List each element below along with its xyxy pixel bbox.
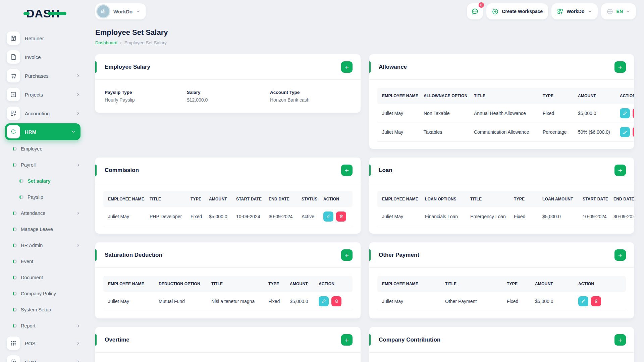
main-area: WorkDo 0 Create Workspace WorkDo: [86, 0, 644, 362]
sidebar-item-system-setup[interactable]: System Setup: [0, 302, 86, 318]
chevron-right-icon: [76, 341, 80, 346]
card-header: Loan +: [369, 158, 634, 183]
edit-button[interactable]: [578, 296, 588, 306]
workdo-menu-button[interactable]: WorkDo: [551, 3, 597, 19]
add-allowance-button[interactable]: +: [614, 61, 626, 73]
trash-icon: [334, 299, 339, 304]
add-saturation-deduction-button[interactable]: +: [341, 249, 353, 261]
sidebar-item-accounting[interactable]: Accounting: [0, 104, 86, 123]
bullet-icon: [19, 179, 23, 183]
field-salary: Salary $12,000.0: [187, 90, 270, 103]
add-commission-button[interactable]: +: [341, 165, 353, 176]
sidebar: DASH Retainer Invoice Purchases: [0, 0, 86, 362]
sidebar-item-report[interactable]: Report: [0, 318, 86, 334]
bullet-icon: [13, 227, 17, 231]
workspace-selector[interactable]: WorkDo: [95, 3, 146, 19]
create-workspace-button[interactable]: Create Workspace: [486, 3, 548, 19]
chevron-down-icon: [136, 9, 141, 14]
edit-button[interactable]: [620, 108, 630, 118]
field-payslip-type: Payslip Type Hourly Payslip: [105, 90, 187, 103]
pencil-icon: [326, 214, 331, 219]
sidebar-item-set-salary[interactable]: Set salary: [0, 173, 86, 189]
delete-button[interactable]: [591, 296, 601, 306]
add-overtime-button[interactable]: +: [341, 334, 353, 346]
delete-button[interactable]: [633, 108, 634, 118]
accent-bar: [95, 249, 97, 261]
trash-icon: [594, 299, 599, 304]
accent-bar: [95, 334, 97, 346]
other-payment-table: EMPLOYEE NAME TITLE TYPE AMOUNT ACTION J…: [377, 276, 626, 311]
dots-grid-icon: [7, 337, 20, 350]
loan-table-wrap: EMPLOYEE NAME LOAN OPTIONS TITLE TYPE LO…: [377, 191, 634, 226]
brand-logo[interactable]: DASH: [26, 3, 83, 27]
chevron-right-icon: [76, 324, 80, 328]
bullet-icon: [13, 163, 17, 167]
table-row: Juliet May Other Payment Fixed $5,000.0: [377, 292, 626, 311]
allowance-table-wrap: EMPLOYEE NAME ALLOWNACE OPTION TITLE TYP…: [377, 88, 634, 142]
sidebar-item-company-policy[interactable]: Company Policy: [0, 286, 86, 302]
sidebar-item-document[interactable]: Document: [0, 269, 86, 286]
page-content: Employee Set Salary Dashboard › Employee…: [86, 19, 644, 362]
sidebar-item-purchases[interactable]: Purchases: [0, 66, 86, 85]
edit-button[interactable]: [620, 127, 630, 137]
accent-bar: [95, 61, 97, 73]
bullet-icon: [13, 259, 17, 263]
commission-table: EMPLOYEE NAME TITLE TYPE AMOUNT START DA…: [103, 191, 353, 226]
logo-accent-left: [23, 12, 30, 15]
table-row: Juliet May Financials Loan Emergency Loa…: [377, 207, 634, 226]
add-employee-salary-button[interactable]: +: [341, 61, 353, 73]
grid-plus-icon: [557, 8, 564, 15]
saturation-table-wrap: EMPLOYEE NAME DEDUCTION OPTION TITLE TYP…: [103, 276, 353, 311]
sidebar-item-crm[interactable]: CRM: [0, 353, 86, 362]
chevron-down-icon: [588, 9, 592, 14]
sidebar-item-payslip[interactable]: Payslip: [0, 189, 86, 205]
accent-bar: [369, 334, 371, 346]
sidebar-item-attendance[interactable]: Attendance: [0, 205, 86, 221]
edit-button[interactable]: [319, 296, 329, 306]
allowance-card: Allowance + EMPLOYEE NAME ALLOWNACE OPTI…: [369, 54, 634, 149]
accent-bar: [369, 61, 371, 73]
sidebar-item-pos[interactable]: POS: [0, 334, 86, 353]
chevron-right-icon: [76, 360, 80, 362]
sidebar-item-retainer[interactable]: Retainer: [0, 29, 86, 48]
add-company-contribution-button[interactable]: +: [614, 334, 626, 346]
delete-button[interactable]: [336, 212, 346, 222]
add-loan-button[interactable]: +: [614, 165, 626, 176]
check-square-icon: [7, 88, 20, 101]
app-window: DASH Retainer Invoice Purchases: [0, 0, 644, 362]
bullet-icon: [13, 308, 17, 312]
sidebar-item-employee[interactable]: Employee: [0, 141, 86, 157]
chevron-right-icon: [76, 211, 80, 216]
breadcrumb-dashboard-link[interactable]: Dashboard: [95, 40, 117, 45]
delete-button[interactable]: [633, 127, 634, 137]
sidebar-item-hr-admin[interactable]: HR Admin: [0, 237, 86, 253]
accent-bar: [95, 165, 97, 176]
plus-circle-icon: [492, 8, 499, 15]
add-other-payment-button[interactable]: +: [614, 249, 626, 261]
delete-button[interactable]: [331, 296, 341, 306]
card-header: Allowance +: [369, 54, 634, 80]
table-row: Juliet May Mutual Fund Nisi a tenetur ma…: [103, 292, 353, 311]
sidebar-item-projects[interactable]: Projects: [0, 85, 86, 104]
messages-button[interactable]: 0: [467, 3, 483, 19]
sidebar-item-manage-leave[interactable]: Manage Leave: [0, 221, 86, 237]
sidebar-nav: Retainer Invoice Purchases Projects: [0, 27, 86, 362]
sidebar-item-invoice[interactable]: Invoice: [0, 48, 86, 66]
sidebar-item-event[interactable]: Event: [0, 253, 86, 269]
employee-salary-card: Employee Salary + Payslip Type Hourly Pa…: [95, 54, 361, 113]
message-count-badge: 0: [478, 2, 485, 8]
status-text: Active: [298, 207, 319, 226]
language-selector[interactable]: EN: [601, 3, 636, 19]
edit-button[interactable]: [323, 212, 333, 222]
card-header: Other Payment +: [369, 242, 634, 268]
sidebar-item-hrm[interactable]: HRM: [5, 123, 80, 140]
accent-bar: [369, 249, 371, 261]
breadcrumb-separator: ›: [120, 40, 122, 45]
company-contribution-card: Company Contribution +: [369, 327, 634, 362]
bullet-icon: [13, 324, 17, 328]
table-row: Juliet May PHP Developer Fixed $5,000.0 …: [103, 207, 353, 226]
table-row: Juliet May Taxables Communication Allowa…: [377, 123, 634, 141]
workspace-avatar: [97, 5, 109, 17]
sidebar-item-payroll[interactable]: Payroll: [0, 157, 86, 173]
globe-icon: [606, 8, 613, 15]
